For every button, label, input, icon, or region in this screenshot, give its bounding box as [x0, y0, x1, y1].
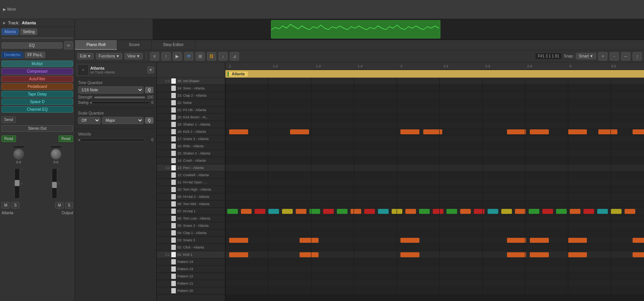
link-icon-btn[interactable]: ⛓ [207, 52, 216, 61]
quantize-btn[interactable]: Q [145, 87, 153, 93]
note[interactable] [229, 238, 248, 243]
note[interactable] [507, 129, 526, 134]
cursor-icon-btn[interactable]: ↕ [161, 52, 171, 61]
scale-off-select[interactable]: Off [78, 117, 100, 124]
m-btn2[interactable]: M [55, 202, 64, 209]
note[interactable] [488, 209, 498, 214]
strength-slider[interactable] [94, 96, 146, 99]
channel-eq-btn[interactable]: Channel EQ [2, 106, 73, 113]
ff-btn[interactable]: FF Pro-L [25, 52, 45, 58]
tab-step-editor[interactable]: Step Editor [151, 40, 195, 50]
grid-scroll[interactable]: 1 1.2 1.3 1.4 2 2.2 2.3 2.4 3 3.2 [225, 62, 644, 301]
zoom-down-btn[interactable]: - [610, 52, 619, 61]
send-btn[interactable]: Send [2, 116, 16, 123]
note[interactable] [568, 252, 587, 257]
compressor-btn[interactable]: Compressor [2, 68, 73, 75]
note[interactable] [241, 209, 252, 214]
read-btn2[interactable]: Read [59, 135, 73, 142]
note[interactable] [400, 238, 419, 243]
note[interactable] [290, 129, 309, 134]
note[interactable] [598, 129, 617, 134]
note[interactable] [229, 252, 248, 257]
note[interactable] [351, 209, 361, 214]
region-expand-btn[interactable]: ▼ [147, 67, 154, 73]
view-dropdown[interactable]: View ▼ [124, 53, 142, 59]
note[interactable] [633, 238, 644, 243]
space-d-btn[interactable]: Space D [2, 99, 73, 105]
note[interactable] [507, 238, 526, 243]
note[interactable] [378, 209, 389, 214]
note[interactable] [268, 209, 279, 214]
note[interactable] [501, 209, 512, 214]
note[interactable] [227, 209, 238, 214]
note[interactable] [364, 209, 375, 214]
loop-icon-btn[interactable]: ⟳ [184, 52, 193, 61]
s-btn2[interactable]: S [65, 202, 73, 209]
multipr-btn[interactable]: Multipr [2, 61, 73, 67]
more-button[interactable]: ▶ More [3, 7, 16, 11]
note[interactable] [337, 209, 348, 214]
channel-name-btn[interactable]: Atlanta [2, 29, 19, 35]
stereo-out-btn[interactable]: Stereo Out [2, 125, 73, 132]
velocity-slider[interactable] [78, 139, 144, 141]
vel-icon-btn[interactable]: ↓ [218, 52, 228, 61]
drm-btn[interactable]: DrmMchn [2, 52, 23, 58]
note[interactable] [282, 209, 293, 214]
note[interactable] [633, 129, 644, 134]
note[interactable] [542, 209, 553, 214]
transform-icon-btn[interactable]: ⊿ [230, 52, 239, 61]
play-icon-btn[interactable]: ▶ [173, 52, 182, 61]
note[interactable] [633, 252, 644, 257]
filter-icon-btn[interactable]: ⊞ [196, 52, 205, 61]
note[interactable] [530, 252, 549, 257]
note[interactable] [255, 209, 265, 214]
note[interactable] [625, 209, 635, 214]
knob1[interactable] [13, 149, 24, 159]
note[interactable] [405, 209, 416, 214]
output-fader[interactable] [52, 168, 57, 199]
note[interactable] [507, 252, 526, 257]
zoom-up-btn[interactable]: + [598, 52, 607, 61]
expand-v-btn[interactable]: ↕ [633, 52, 642, 61]
functions-dropdown[interactable]: Functions ▼ [96, 53, 122, 59]
note[interactable] [300, 252, 319, 257]
autofilter-btn[interactable]: AutoFilter [2, 76, 73, 82]
note[interactable] [568, 238, 587, 243]
read-btn1[interactable]: Read [2, 135, 16, 142]
note[interactable] [460, 209, 471, 214]
tab-score[interactable]: Score [117, 40, 151, 50]
note[interactable] [474, 209, 485, 214]
pedalboard-btn[interactable]: Pedalboard [2, 83, 73, 90]
note[interactable] [446, 209, 457, 214]
note[interactable] [611, 209, 622, 214]
note[interactable] [433, 209, 443, 214]
m-btn1[interactable]: M [2, 202, 10, 209]
note[interactable] [229, 129, 248, 134]
eq-btn[interactable]: EQ [2, 42, 62, 49]
note[interactable] [530, 129, 549, 134]
snap-select[interactable]: Smart ▼ [576, 53, 596, 59]
note[interactable] [323, 209, 334, 214]
scale-major-select[interactable]: Major [102, 117, 143, 124]
note[interactable] [583, 209, 594, 214]
note[interactable] [570, 209, 580, 214]
knob2[interactable] [51, 149, 61, 159]
note[interactable] [597, 209, 608, 214]
note-value-select[interactable]: 1/16 Note [78, 86, 143, 94]
note[interactable] [515, 209, 526, 214]
note[interactable] [300, 238, 319, 243]
note[interactable] [529, 209, 539, 214]
note[interactable] [530, 238, 549, 243]
link-icon[interactable]: ∞ [64, 41, 73, 49]
channel-fader[interactable] [14, 168, 20, 199]
note[interactable] [400, 129, 419, 134]
note[interactable] [419, 209, 430, 214]
note[interactable] [296, 209, 306, 214]
expand-btn[interactable]: ↔ [621, 52, 630, 61]
tab-piano-roll[interactable]: Piano Roll [75, 40, 117, 50]
list-icon-btn[interactable]: ≡ [150, 52, 159, 61]
edit-dropdown[interactable]: Edit ▼ [77, 53, 94, 59]
scale-q-btn[interactable]: Q [145, 117, 153, 124]
swing-slider[interactable] [90, 102, 150, 104]
tape-delay-btn[interactable]: Tape Delay [2, 91, 73, 97]
